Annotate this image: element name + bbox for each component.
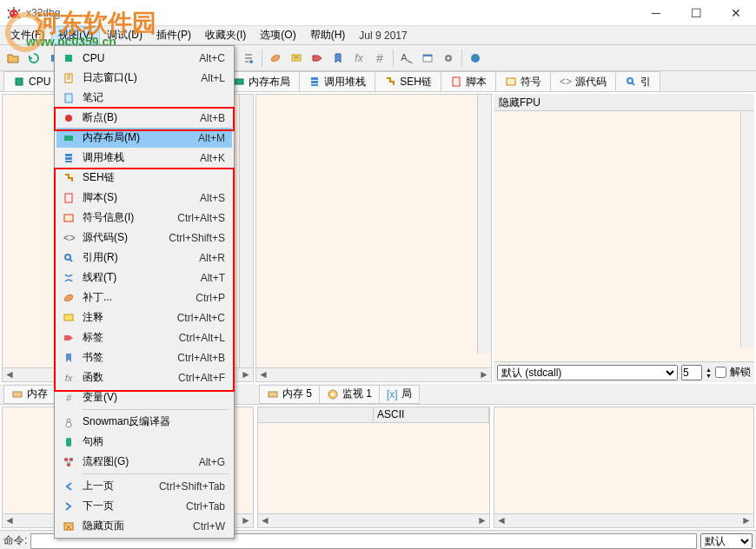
run-to-user-button[interactable]	[239, 49, 258, 68]
script-icon	[60, 191, 77, 205]
tab-source[interactable]: <>源代码	[550, 71, 616, 91]
menu-help[interactable]: 帮助(H)	[303, 26, 353, 44]
minimize-button[interactable]: ─	[636, 0, 676, 26]
menu-item-label: 函数	[83, 370, 178, 385]
scrollbar-v[interactable]	[477, 95, 491, 354]
tab-callstack[interactable]: 调用堆栈	[299, 71, 375, 91]
tab-script[interactable]: 脚本	[441, 71, 496, 91]
dump-panel-mid: ASCII ◄►	[257, 407, 490, 528]
svg-rect-25	[311, 84, 318, 86]
log-icon	[60, 71, 77, 85]
labels-button[interactable]	[308, 49, 327, 68]
thread-icon	[60, 271, 77, 285]
restart-button[interactable]	[24, 49, 43, 68]
svg-point-45	[63, 293, 74, 301]
arg-count-input[interactable]	[681, 365, 702, 380]
scrollbar-h[interactable]: ◄►	[494, 513, 753, 527]
tab-watch1[interactable]: 监视 1	[319, 385, 380, 404]
menu-item-symbol[interactable]: 符号信息(I)Ctrl+Alt+S	[56, 208, 232, 228]
variables-button[interactable]: #	[370, 49, 389, 68]
menu-item-cpu[interactable]: CPUAlt+C	[56, 48, 232, 68]
menu-view[interactable]: 视图(V)	[51, 26, 100, 44]
menu-item-breakpoint[interactable]: 断点(B)Alt+B	[56, 108, 232, 128]
menu-item-notes[interactable]: 笔记	[56, 88, 232, 108]
svg-rect-35	[65, 94, 72, 103]
menu-item-label: 变量(V)	[83, 390, 225, 405]
svg-rect-33	[65, 55, 72, 62]
menu-item-label: 笔记	[83, 90, 225, 105]
menu-item-callstack[interactable]: 调用堆栈Alt+K	[56, 148, 232, 168]
svg-point-1	[11, 12, 13, 14]
bookmarks-button[interactable]	[328, 49, 348, 68]
appearance-button[interactable]	[418, 49, 437, 68]
menu-item-shortcut: Ctrl+Tab	[186, 500, 229, 513]
svg-rect-39	[65, 157, 72, 160]
patches-button[interactable]	[266, 49, 285, 68]
snowman-icon	[60, 415, 77, 429]
menu-item-snowman[interactable]: Snowman反编译器	[56, 412, 232, 432]
scrollbar-h[interactable]: ◄►	[258, 513, 489, 527]
menubar: 文件(F) 视图(V) 调试(D) 插件(P) 收藏夹(I) 选项(O) 帮助(…	[0, 26, 756, 45]
menu-item-var[interactable]: #变量(V)	[56, 387, 232, 407]
menu-item-patch[interactable]: 补丁...Ctrl+P	[56, 288, 232, 308]
scrollbar-v[interactable]	[740, 111, 754, 347]
close-button[interactable]: ✕	[716, 0, 756, 26]
menu-item-memory[interactable]: 内存布局(M)Alt+M	[56, 128, 232, 148]
graph-icon	[60, 455, 77, 469]
menu-item-source[interactable]: <>源代码(S)Ctrl+Shift+S	[56, 228, 232, 248]
menu-debug[interactable]: 调试(D)	[100, 26, 149, 44]
font-button[interactable]: A꜡	[397, 49, 416, 68]
col-address[interactable]	[258, 407, 374, 422]
tab-cpu[interactable]: CPU	[3, 71, 60, 91]
about-button[interactable]	[466, 49, 485, 68]
tab-dump5[interactable]: 内存 5	[259, 385, 320, 404]
menu-item-shortcut: Alt+G	[199, 456, 229, 468]
scrollbar-v[interactable]	[239, 95, 253, 367]
calling-convention-select[interactable]: 默认 (stdcall)	[497, 365, 678, 380]
spinner-buttons[interactable]: ▲▼	[706, 367, 712, 379]
tab-locals-truncated[interactable]: [x]局	[379, 385, 420, 404]
tab-memory[interactable]: 内存布局	[223, 71, 300, 91]
menu-options[interactable]: 选项(O)	[253, 26, 302, 44]
col-ascii[interactable]: ASCII	[374, 407, 489, 422]
unlock-label: 解锁	[730, 365, 751, 380]
menu-item-ref[interactable]: 引用(R)Alt+R	[56, 248, 232, 268]
settings-button[interactable]	[439, 49, 458, 68]
menu-file[interactable]: 文件(F)	[3, 26, 51, 44]
maximize-button[interactable]: ☐	[676, 0, 716, 26]
menu-item-thread[interactable]: 线程(T)Alt+T	[56, 268, 232, 288]
ref-icon	[60, 251, 77, 265]
fpu-header[interactable]: 隐藏FPU	[494, 94, 754, 111]
svg-point-47	[67, 419, 70, 422]
menu-item-label[interactable]: 标签Ctrl+Alt+L	[56, 327, 232, 347]
svg-text:<>: <>	[63, 232, 75, 244]
menu-item-seh[interactable]: SEH链	[56, 168, 232, 188]
menu-item-script[interactable]: 脚本(S)Alt+S	[56, 188, 232, 208]
menu-item-label: 书签	[83, 350, 177, 365]
menu-favorites[interactable]: 收藏夹(I)	[198, 26, 253, 44]
menu-item-comment[interactable]: 注释Ctrl+Alt+C	[56, 308, 232, 327]
menu-item-prev[interactable]: 上一页Ctrl+Shift+Tab	[56, 476, 232, 496]
scrollbar-h[interactable]: ◄►	[256, 367, 491, 381]
functions-button[interactable]: fx	[349, 49, 368, 68]
menu-item-graph[interactable]: 流程图(G)Alt+G	[56, 452, 232, 472]
menu-item-log[interactable]: 日志窗口(L)Alt+L	[56, 68, 232, 88]
tab-symbols[interactable]: 符号	[495, 71, 551, 91]
menu-item-shortcut: Alt+M	[198, 132, 229, 144]
open-button[interactable]	[3, 49, 23, 68]
svg-rect-30	[269, 392, 277, 397]
tab-dump[interactable]: 内存	[3, 385, 56, 404]
menu-item-next[interactable]: 下一页Ctrl+Tab	[56, 496, 232, 516]
tab-references[interactable]: 引	[615, 71, 660, 91]
menu-item-bookmark[interactable]: 书签Ctrl+Alt+B	[56, 347, 232, 367]
command-mode-select[interactable]: 默认	[700, 533, 753, 549]
menu-item-shortcut: Ctrl+Alt+F	[178, 372, 229, 384]
tab-seh[interactable]: SEH链	[375, 71, 441, 91]
comments-button[interactable]	[287, 49, 306, 68]
menu-plugins[interactable]: 插件(P)	[149, 26, 198, 44]
titlebar: x32dbg ─ ☐ ✕	[0, 0, 756, 26]
menu-item-handle[interactable]: 句柄	[56, 432, 232, 452]
menu-item-fx[interactable]: fx函数Ctrl+Alt+F	[56, 367, 232, 387]
menu-item-hide[interactable]: 隐藏页面Ctrl+W	[56, 516, 232, 536]
unlock-checkbox[interactable]	[715, 367, 726, 378]
